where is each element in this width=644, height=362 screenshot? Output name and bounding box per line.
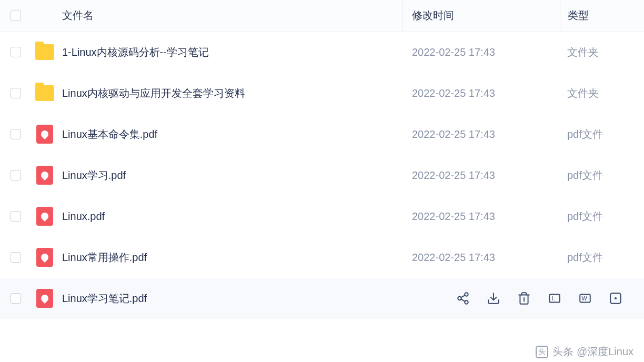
file-time: 2022-02-25 17:43 [402,46,560,58]
row-action-toolbar: I. W [456,291,644,306]
header-check-col [0,11,32,21]
svg-text:I.: I. [552,295,555,301]
row-icon-col [32,289,58,308]
file-type: pdf文件 [560,127,644,142]
more-icon[interactable] [608,291,623,306]
file-name[interactable]: 1-Linux内核源码分析--学习笔记 [58,45,402,59]
pdf-icon [36,248,53,267]
file-name[interactable]: Linux.pdf [58,210,402,223]
header-type[interactable]: 类型 [560,0,644,31]
file-type: pdf文件 [560,168,644,183]
file-type: pdf文件 [560,250,644,265]
rename-icon[interactable]: I. [547,291,562,306]
pdf-icon [36,207,53,226]
row-check-col [0,252,32,263]
row-check-col [0,293,32,304]
file-name[interactable]: Linux学习.pdf [58,168,402,183]
pdf-icon [36,289,53,308]
row-checkbox[interactable] [11,88,21,98]
table-row[interactable]: Linux内核驱动与应用开发全套学习资料 2022-02-25 17:43 文件… [0,73,644,114]
file-name[interactable]: Linux内核驱动与应用开发全套学习资料 [58,86,402,100]
row-check-col [0,170,32,180]
download-icon[interactable] [486,291,501,306]
row-check-col [0,88,32,98]
watermark-text: 头条 @深度Linux [552,345,633,359]
select-all-checkbox[interactable] [11,11,21,21]
table-header: 文件名 修改时间 类型 [0,0,644,32]
file-time: 2022-02-25 17:43 [402,210,560,223]
header-name[interactable]: 文件名 [58,8,402,23]
move-icon[interactable]: W [578,291,592,306]
svg-line-3 [461,299,465,301]
watermark-logo-icon: 头 [536,346,548,358]
pdf-icon [36,125,53,144]
file-name[interactable]: Linux学习笔记.pdf [58,291,456,306]
row-checkbox[interactable] [11,170,21,180]
row-icon-col [32,248,58,267]
file-type: pdf文件 [560,209,644,224]
file-time: 2022-02-25 17:43 [402,169,560,182]
row-check-col [0,211,32,222]
folder-icon [35,44,54,60]
delete-icon[interactable] [517,291,531,306]
row-check-col [0,129,32,139]
folder-icon [35,85,54,101]
table-row[interactable]: Linux常用操作.pdf 2022-02-25 17:43 pdf文件 [0,237,644,278]
row-icon-col [32,125,58,144]
row-checkbox[interactable] [11,252,21,263]
row-icon-col [32,166,58,185]
table-row[interactable]: Linux学习.pdf 2022-02-25 17:43 pdf文件 [0,155,644,196]
row-icon-col [32,44,58,60]
file-type: 文件夹 [560,45,644,59]
header-time[interactable]: 修改时间 [402,0,560,31]
row-checkbox[interactable] [11,129,21,139]
pdf-icon [36,166,53,185]
svg-point-12 [615,298,616,299]
row-checkbox[interactable] [11,293,21,304]
row-check-col [0,47,32,57]
file-type: 文件夹 [560,86,644,100]
table-row[interactable]: Linux基本命令集.pdf 2022-02-25 17:43 pdf文件 [0,114,644,155]
svg-line-4 [461,295,465,297]
file-time: 2022-02-25 17:43 [402,128,560,140]
table-body: 1-Linux内核源码分析--学习笔记 2022-02-25 17:43 文件夹… [0,32,644,319]
table-row[interactable]: Linux学习笔记.pdf I. W [0,278,644,319]
table-row[interactable]: Linux.pdf 2022-02-25 17:43 pdf文件 [0,196,644,237]
watermark: 头 头条 @深度Linux [536,345,633,359]
file-time: 2022-02-25 17:43 [402,87,560,99]
file-list: 文件名 修改时间 类型 1-Linux内核源码分析--学习笔记 2022-02-… [0,0,644,319]
file-name[interactable]: Linux常用操作.pdf [58,250,402,265]
share-icon[interactable] [456,291,470,306]
row-icon-col [32,85,58,101]
file-name[interactable]: Linux基本命令集.pdf [58,127,402,142]
file-time: 2022-02-25 17:43 [402,252,560,264]
svg-text:W: W [582,295,588,301]
row-checkbox[interactable] [11,211,21,222]
row-checkbox[interactable] [11,47,21,57]
row-icon-col [32,207,58,226]
table-row[interactable]: 1-Linux内核源码分析--学习笔记 2022-02-25 17:43 文件夹 [0,32,644,73]
